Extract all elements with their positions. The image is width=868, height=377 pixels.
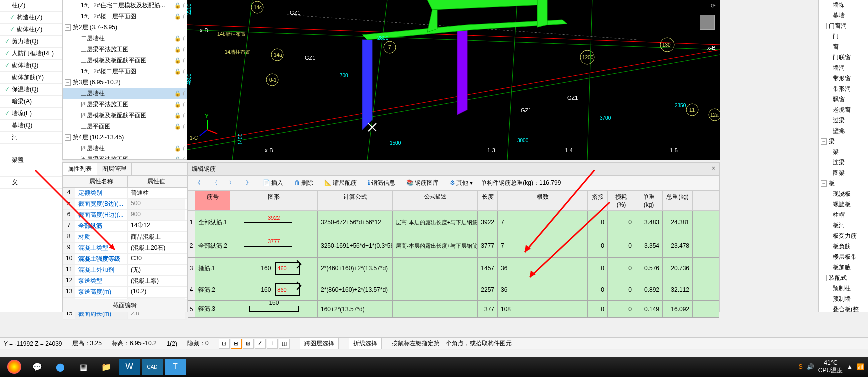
nav-first[interactable]: 《 [192,178,204,188]
taskbar-app-3[interactable]: ▦ [73,359,94,375]
rebar-row[interactable]: 3箍筋.11604602*(460+160)+2*(13.57*d)145736… [188,258,719,280]
component-type-item[interactable]: ✓墙垛(E) [0,108,62,120]
floor-drawing-item[interactable]: 1#、2#住宅二层模板及板配筋...🔒 ( [63,0,187,12]
nav-prev[interactable]: 〈 [209,178,221,188]
viewport-nav-icons[interactable]: ⟳ [711,2,716,10]
system-tray[interactable]: S 🔊 41℃ CPU温度 ▲ 📶 [799,360,864,375]
tool-4[interactable]: ∠ [255,339,266,349]
floor-group[interactable]: −第3层 (6.95~10.2) [63,78,187,88]
floor-drawing-item[interactable]: 三层平面图🔒 ( [63,122,187,132]
property-row[interactable]: 12泵送类型(混凝土泵) [63,276,187,287]
floor-drawing-item[interactable]: 1#、2#楼一层平面图🔒 ( [63,12,187,22]
component-type-item[interactable]: ✓义 [0,177,62,189]
component-category[interactable]: −装配式 [819,273,868,284]
property-row[interactable]: 13泵送高度(m)(10.2) [63,287,187,298]
component-type-item[interactable]: ✓砌体柱(Z) [0,24,62,36]
component-type-item[interactable]: ✓ [0,144,62,154]
component-subitem[interactable]: 板加腋 [819,262,868,273]
property-row[interactable]: 8材质商品混凝土 [63,232,187,243]
floor-drawing-item[interactable]: 1#、2#楼二层平面图🔒 ( [63,66,187,78]
component-type-item[interactable]: ✓人防门框墙(RF) [0,48,62,60]
tool-1[interactable]: ⊡ [219,339,230,349]
nav-last[interactable]: 》 [243,178,255,188]
property-row[interactable]: 6截面高度(H边)(...900 [63,210,187,221]
tab-properties[interactable]: 属性列表 [63,163,97,176]
viewport-nav-cube[interactable] [700,15,715,30]
property-row[interactable]: 5截面宽度(B边)(...500 [63,199,187,210]
component-subitem[interactable]: 老虎窗 [819,105,868,116]
property-row[interactable]: 9混凝土类型(混凝土20石) [63,243,187,254]
rebar-row[interactable]: 4箍筋.21608602*(860+160)+2*(13.57*d)225736… [188,280,719,301]
property-row[interactable]: 7全部纵筋14⏀12 [63,221,187,232]
component-category[interactable]: −板 [819,178,868,189]
component-type-item[interactable]: ✓剪力墙(Q) [0,36,62,48]
component-type-item[interactable]: ✓柱(Z) [0,0,62,12]
delete-button[interactable]: 🗑删除 [291,178,316,188]
component-subitem[interactable]: 预制柱 [819,284,868,294]
nav-next[interactable]: 〉 [226,178,238,188]
component-subitem[interactable]: 叠合板(整厚) [819,304,868,312]
component-subitem[interactable]: 门 [819,32,868,42]
component-subitem[interactable]: 板洞 [819,220,868,231]
taskbar-app-1[interactable]: 💬 [27,359,48,375]
floor-group[interactable]: −第4层 (10.2~13.45) [63,132,187,144]
floor-drawing-item[interactable]: 四层梁平法施工图🔒 ( [63,100,187,110]
component-type-item[interactable]: ✓构造柱(Z) [0,12,62,24]
component-subitem[interactable]: 连梁 [819,158,868,168]
section-edit-button[interactable]: 截面编辑 [63,299,187,312]
component-subitem[interactable]: 圈梁 [819,168,868,178]
component-category[interactable]: −门窗洞 [819,21,868,32]
tab-layers[interactable]: 图层管理 [97,163,132,176]
taskbar-app-5[interactable]: W [119,359,140,375]
tool-5[interactable]: ⊥ [267,339,278,349]
component-type-item[interactable]: ✓保温墙(Q) [0,84,62,96]
component-subitem[interactable]: 壁龛 [819,126,868,136]
component-type-item[interactable]: ✓洞 [0,132,62,144]
close-icon[interactable]: × [712,165,715,174]
component-subitem[interactable]: 墙洞 [819,63,868,74]
taskbar-app-7[interactable]: T [165,359,186,375]
floor-group[interactable]: −第2层 (3.7~6.95) [63,22,187,34]
component-subitem[interactable]: 现浇板 [819,189,868,200]
component-subitem[interactable]: 过梁 [819,116,868,126]
component-subitem[interactable]: 幕墙 [819,10,868,21]
component-subitem[interactable]: 墙垛 [819,0,868,10]
component-subitem[interactable]: 楼层板带 [819,252,868,262]
property-row[interactable]: 10混凝土强度等级C30 [63,254,187,265]
start-button[interactable] [4,359,25,375]
taskbar-app-6[interactable]: CAD [142,359,163,375]
rebar-row[interactable]: 2全部纵筋.237773250-1691+56*d+1*(0.3*56*d+56… [188,234,719,258]
floor-drawing-item[interactable]: 四层墙柱🔒 ( [63,144,187,154]
3d-viewport[interactable]: 14c 0-1 7 14a 130 1200 11 12a x-D x-B x-… [187,0,720,160]
taskbar-app-2[interactable]: ⬤ [50,359,71,375]
component-type-item[interactable]: ✓砌体加筋(Y) [0,72,62,84]
rebar-lib-button[interactable]: 📚钢筋图库 [403,178,442,188]
floor-drawing-item[interactable]: 三层梁平法施工图🔒 ( [63,44,187,56]
property-row[interactable]: 11混凝土外加剂(无) [63,265,187,276]
other-dropdown[interactable]: ⚙其他 ▾ [447,178,476,188]
floor-drawing-item[interactable]: 四层模板及板配筋平面图🔒 ( [63,110,187,122]
floor-drawing-item[interactable]: 二层墙柱🔒 ( [63,34,187,44]
component-type-item[interactable]: ✓梁盖 [0,154,62,166]
polyline-select[interactable]: 折线选择 [349,338,382,350]
insert-button[interactable]: 📄插入 [260,178,286,188]
component-subitem[interactable]: 板受力筋 [819,231,868,242]
component-subitem[interactable]: 柱帽 [819,210,868,220]
component-subitem[interactable]: 预制墙 [819,294,868,304]
taskbar-app-4[interactable]: 📁 [96,359,117,375]
component-type-item[interactable]: ✓砌体墙(Q) [0,60,62,72]
component-subitem[interactable]: 窗 [819,42,868,52]
component-type-item[interactable]: ✓暗梁(A) [0,96,62,108]
tool-6[interactable]: ◫ [279,339,290,349]
tool-2[interactable]: ⊞ [231,339,242,349]
component-subitem[interactable]: 带形窗 [819,74,868,84]
component-subitem[interactable]: 飘窗 [819,94,868,105]
rebar-row[interactable]: 1全部纵筋.139223250-672+56*d+56*12层高-本层的露出长度… [188,211,719,234]
property-row[interactable]: 4定额类别普通柱 [63,188,187,199]
scale-button[interactable]: 📐缩尺配筋 [321,178,360,188]
component-subitem[interactable]: 梁 [819,147,868,158]
component-subitem[interactable]: 螺旋板 [819,200,868,210]
component-subitem[interactable]: 门联窗 [819,52,868,63]
tool-3[interactable]: ⊠ [243,339,254,349]
cross-layer-select[interactable]: 跨图层选择 [300,338,339,350]
